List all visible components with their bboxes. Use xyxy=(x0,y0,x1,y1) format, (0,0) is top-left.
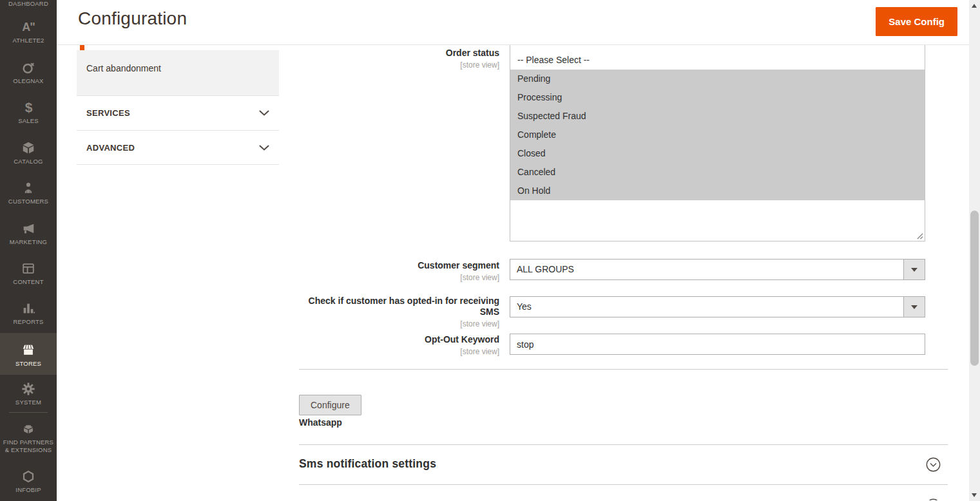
resize-handle-icon[interactable] xyxy=(916,232,923,240)
customer-segment-label: Customer segment [store view] xyxy=(299,260,499,282)
content-icon xyxy=(0,261,57,276)
chevron-down-icon[interactable] xyxy=(903,297,925,317)
customer-segment-select[interactable]: ALL GROUPS xyxy=(510,259,925,280)
chevron-down-icon[interactable] xyxy=(903,260,925,279)
athlete2-icon: A" xyxy=(0,20,57,34)
divider xyxy=(299,444,948,445)
option-pending[interactable]: Pending xyxy=(510,70,925,88)
sms-optin-select[interactable]: Yes xyxy=(510,296,925,317)
page-header: Configuration Save Config xyxy=(57,0,969,45)
infobip-icon xyxy=(0,469,57,484)
page-title: Configuration xyxy=(78,8,187,29)
admin-sidebar: DASHBOARD A" ATHLETE2 OLEGNAX $ SALES CA… xyxy=(0,0,57,501)
option-on-hold[interactable]: On Hold xyxy=(510,182,925,200)
option-canceled[interactable]: Canceled xyxy=(510,163,925,182)
content-area: Cart abandonment SERVICES ADVANCED Order… xyxy=(57,45,969,500)
find-partners-icon xyxy=(0,422,57,436)
chevron-down-icon xyxy=(259,110,269,116)
sales-icon: $ xyxy=(0,100,57,115)
sms-notification-section-title: Sms notification settings xyxy=(299,457,436,471)
divider xyxy=(299,369,948,370)
scroll-up-icon[interactable] xyxy=(972,4,977,8)
customers-icon xyxy=(0,181,57,195)
sidebar-item-catalog[interactable]: CATALOG xyxy=(0,141,57,165)
option-processing[interactable]: Processing xyxy=(510,88,925,107)
active-nav-indicator xyxy=(80,45,84,50)
vertical-scrollbar[interactable] xyxy=(969,0,980,501)
sidebar-item-reports[interactable]: REPORTS xyxy=(0,301,57,326)
sidebar-item-stores[interactable]: STORES xyxy=(0,333,57,375)
order-status-label: Order status [store view] xyxy=(299,48,499,70)
system-icon xyxy=(0,382,57,396)
sidebar-item-athlete2[interactable]: A" ATHLETE2 xyxy=(0,20,57,44)
section-expand-chevron-icon[interactable] xyxy=(926,457,941,472)
configure-button[interactable]: Configure xyxy=(299,395,361,415)
config-nav-section-advanced[interactable]: ADVANCED xyxy=(77,130,279,165)
sidebar-item-content[interactable]: CONTENT xyxy=(0,261,57,286)
optout-keyword-label: Opt-Out Keyword [store view] xyxy=(299,334,499,356)
sidebar-divider xyxy=(9,412,48,413)
option-closed[interactable]: Closed xyxy=(510,144,925,163)
option-suspected-fraud[interactable]: Suspected Fraud xyxy=(510,107,925,126)
save-config-button[interactable]: Save Config xyxy=(876,7,957,36)
divider xyxy=(299,484,948,485)
main-area: Configuration Save Config Cart abandonme… xyxy=(57,0,969,501)
config-nav-item-cart-abandonment[interactable]: Cart abandonment xyxy=(77,50,279,95)
olegnax-icon xyxy=(0,61,57,75)
scrollbar-thumb[interactable] xyxy=(970,211,979,366)
sms-optin-label: Check if customer has opted-in for recei… xyxy=(299,296,499,328)
chevron-down-icon xyxy=(259,145,269,151)
optout-keyword-input[interactable] xyxy=(510,334,925,355)
sidebar-item-customers[interactable]: CUSTOMERS xyxy=(0,181,57,205)
sidebar-item-marketing[interactable]: MARKETING xyxy=(0,222,57,246)
option-complete[interactable]: Complete xyxy=(510,126,925,144)
selected-options-block: Pending Processing Suspected Fraud Compl… xyxy=(510,70,925,200)
sidebar-item-olegnax[interactable]: OLEGNAX xyxy=(0,61,57,85)
order-status-multiselect[interactable]: -- Please Select -- Pending Processing S… xyxy=(510,45,925,241)
config-nav-section-services[interactable]: SERVICES xyxy=(77,95,279,130)
marketing-icon xyxy=(0,222,57,236)
reports-icon xyxy=(0,301,57,316)
sidebar-item-dashboard[interactable]: DASHBOARD xyxy=(0,0,57,8)
section-expand-chevron-icon[interactable] xyxy=(926,498,941,500)
sidebar-item-sales[interactable]: $ SALES xyxy=(0,100,57,125)
option-please-select[interactable]: -- Please Select -- xyxy=(510,45,925,70)
sidebar-item-find-partners[interactable]: FIND PARTNERS & EXTENSIONS xyxy=(0,422,57,454)
whatsapp-label: Whatsapp xyxy=(299,417,342,428)
catalog-icon xyxy=(0,141,57,155)
config-nav: Cart abandonment SERVICES ADVANCED xyxy=(77,50,279,165)
config-form: Order status [store view] -- Please Sele… xyxy=(299,45,948,500)
stores-icon xyxy=(0,343,57,357)
scroll-down-icon[interactable] xyxy=(972,493,977,497)
sidebar-item-system[interactable]: SYSTEM xyxy=(0,382,57,406)
sidebar-item-infobip[interactable]: INFOBIP xyxy=(0,469,57,494)
